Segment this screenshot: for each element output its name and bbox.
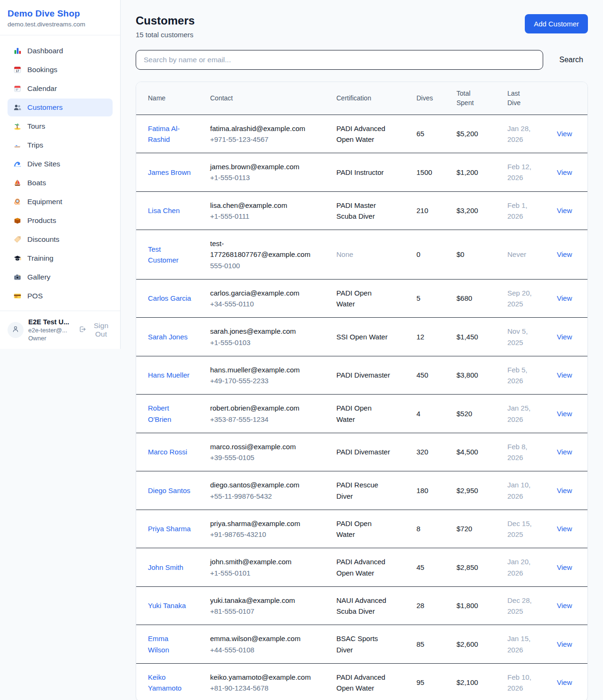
sidebar-item-gallery[interactable]: Gallery — [8, 268, 113, 286]
customer-view-cell: View — [551, 115, 588, 153]
customer-certification: PADI Master Scuba Diver — [331, 191, 411, 230]
customer-last-dive: Jan 15, 2026 — [502, 625, 551, 664]
view-link[interactable]: View — [557, 563, 572, 571]
view-link[interactable]: View — [557, 448, 572, 456]
view-link[interactable]: View — [557, 678, 572, 686]
graduation-cap-icon — [13, 254, 22, 263]
sidebar-item-discounts[interactable]: Discounts — [8, 231, 113, 248]
sidebar-item-tours[interactable]: Tours — [8, 117, 113, 135]
customer-view-cell: View — [551, 153, 588, 192]
sidebar-item-label: Trips — [27, 141, 43, 149]
customer-dives: 320 — [411, 433, 451, 471]
search-button[interactable]: Search — [554, 56, 588, 64]
sidebar-item-calendar[interactable]: Calendar — [8, 80, 113, 98]
main-content: Customers 15 total customers Add Custome… — [121, 0, 603, 700]
add-customer-button[interactable]: Add Customer — [525, 14, 588, 33]
customer-email: robert.obrien@example.com — [210, 403, 312, 413]
logout-icon — [78, 325, 86, 335]
customer-name-link[interactable]: Test Customer — [148, 245, 179, 264]
view-link[interactable]: View — [557, 206, 572, 214]
customer-name-link[interactable]: Robert O'Brien — [148, 404, 171, 423]
view-link[interactable]: View — [557, 525, 572, 533]
sidebar-item-products[interactable]: Products — [8, 212, 113, 230]
user-info: E2E Test U... e2e-tester@... Owner — [28, 318, 73, 342]
customer-last-dive: Nov 5, 2025 — [502, 318, 551, 356]
shop-logo-block: Demo Dive Shop demo.test.divestreams.com — [0, 0, 120, 35]
view-link[interactable]: View — [557, 601, 572, 609]
customer-name-link[interactable]: Diego Santos — [148, 486, 190, 494]
column-header-last-dive: Last Dive — [502, 82, 551, 115]
app-root: Demo Dive Shop demo.test.divestreams.com… — [0, 0, 603, 700]
customer-name-link[interactable]: Sarah Jones — [148, 333, 187, 341]
customer-name-cell: Sarah Jones — [136, 318, 204, 356]
user-role: Owner — [28, 335, 73, 342]
customer-certification: PADI Open Water — [331, 395, 411, 433]
customer-certification: NAUI Advanced Scuba Diver — [331, 586, 411, 625]
customer-email: sarah.jones@example.com — [210, 326, 312, 337]
sidebar-item-bookings[interactable]: 17Bookings — [8, 61, 113, 79]
customer-name-link[interactable]: Fatima Al-Rashid — [148, 124, 180, 143]
view-link[interactable]: View — [557, 333, 572, 341]
sidebar-item-equipment[interactable]: Equipment — [8, 193, 113, 211]
customer-email: john.smith@example.com — [210, 556, 312, 567]
page-title-block: Customers 15 total customers — [136, 14, 195, 39]
customer-email: yuki.tanaka@example.com — [210, 595, 312, 606]
view-link[interactable]: View — [557, 294, 572, 302]
customer-name-cell: Test Customer — [136, 230, 204, 280]
customer-last-dive: Dec 15, 2025 — [502, 510, 551, 548]
customer-name-cell: Hans Mueller — [136, 356, 204, 395]
sidebar-item-training[interactable]: Training — [8, 249, 113, 267]
search-input[interactable] — [136, 50, 543, 70]
sign-out-button[interactable]: Sign Out — [78, 321, 113, 338]
customer-certification: PADI Divemaster — [331, 356, 411, 395]
view-link[interactable]: View — [557, 371, 572, 379]
sidebar-item-label: Customers — [27, 103, 63, 112]
customer-total-spent: $5,200 — [451, 115, 502, 153]
dive-mask-icon — [13, 198, 22, 206]
sidebar-nav: Dashboard17BookingsCalendarCustomersTour… — [0, 35, 120, 311]
customer-name-link[interactable]: Yuki Tanaka — [148, 601, 186, 609]
customer-contact-cell: carlos.garcia@example.com+34-555-0110 — [204, 279, 331, 318]
sidebar-item-dive-sites[interactable]: Dive Sites — [8, 155, 113, 173]
customer-phone: +1-555-0101 — [210, 568, 312, 578]
customer-name-link[interactable]: John Smith — [148, 563, 183, 571]
customer-last-dive: Dec 28, 2025 — [502, 586, 551, 625]
customer-name-link[interactable]: Priya Sharma — [148, 525, 191, 533]
customer-last-dive: Never — [502, 230, 551, 280]
customer-contact-cell: test-1772681807767@example.com555-0100 — [204, 230, 331, 280]
customer-name-link[interactable]: Marco Rossi — [148, 448, 187, 456]
customers-table-body: Fatima Al-Rashidfatima.alrashid@example.… — [136, 115, 588, 700]
customer-name-link[interactable]: Emma Wilson — [148, 634, 169, 653]
island-icon — [13, 122, 22, 131]
shop-name: Demo Dive Shop — [8, 8, 113, 19]
sidebar-item-pos[interactable]: POS — [8, 287, 113, 305]
customer-count: 15 total customers — [136, 31, 195, 39]
view-link[interactable]: View — [557, 130, 572, 138]
customer-name-link[interactable]: Lisa Chen — [148, 206, 180, 214]
customer-dives: 5 — [411, 279, 451, 318]
credit-card-icon — [13, 292, 22, 300]
customer-contact-cell: keiko.yamamoto@example.com+81-90-1234-56… — [204, 663, 331, 700]
column-header-contact: Contact — [204, 82, 331, 115]
sidebar-item-boats[interactable]: Boats — [8, 174, 113, 192]
customer-last-dive: Feb 10, 2026 — [502, 663, 551, 700]
customer-name-link[interactable]: Hans Mueller — [148, 371, 189, 379]
customer-total-spent: $1,800 — [451, 586, 502, 625]
view-link[interactable]: View — [557, 410, 572, 418]
customer-name-link[interactable]: Carlos Garcia — [148, 294, 191, 302]
customer-dives: 28 — [411, 586, 451, 625]
view-link[interactable]: View — [557, 640, 572, 648]
customer-name-link[interactable]: James Brown — [148, 168, 191, 176]
wave-icon — [13, 160, 22, 168]
view-link[interactable]: View — [557, 250, 572, 258]
sidebar-item-dashboard[interactable]: Dashboard — [8, 42, 113, 60]
customer-name-link[interactable]: Keiko Yamamoto — [148, 673, 181, 692]
customer-email: marco.rossi@example.com — [210, 441, 312, 452]
user-block: E2E Test U... e2e-tester@... Owner Sign … — [0, 311, 120, 349]
view-link[interactable]: View — [557, 486, 572, 494]
view-link[interactable]: View — [557, 168, 572, 176]
customer-dives: 0 — [411, 230, 451, 280]
sidebar-item-trips[interactable]: Trips — [8, 136, 113, 154]
sidebar-item-customers[interactable]: Customers — [8, 99, 113, 116]
customer-dives: 65 — [411, 115, 451, 153]
